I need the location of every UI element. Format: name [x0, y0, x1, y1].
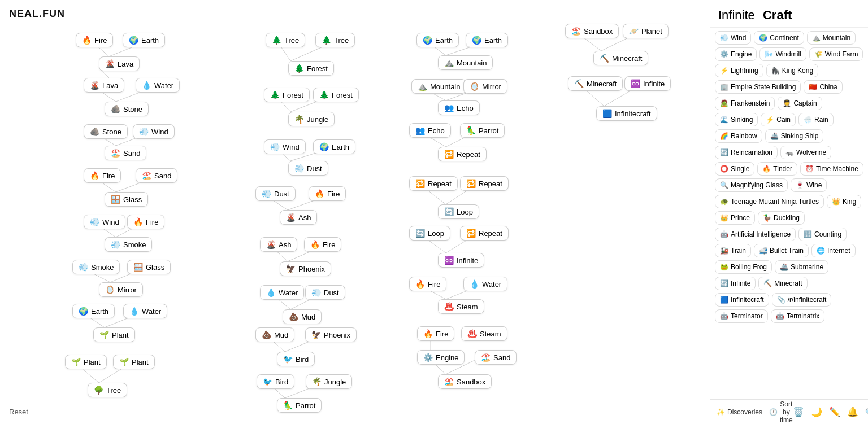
craft-node-loop2[interactable]: 🔄Loop — [409, 226, 450, 241]
sidebar-item-29[interactable]: 🔢Counting — [798, 228, 847, 241]
craft-node-parrot1_result[interactable]: 🦜Parrot — [277, 398, 322, 413]
sidebar-item-28[interactable]: 🤖Artificial Intelligence — [715, 228, 796, 241]
craft-node-dust2[interactable]: 💨Dust — [255, 186, 296, 201]
craft-node-glass2[interactable]: 🪟Glass — [127, 260, 171, 274]
craft-node-parrot2[interactable]: 🦜Parrot — [460, 123, 505, 138]
craft-node-smoke2[interactable]: 💨Smoke — [72, 260, 120, 274]
craft-node-sandbox2[interactable]: 🏖️Sandbox — [565, 24, 619, 38]
craft-node-plant3[interactable]: 🌱Plant — [113, 355, 155, 369]
craft-node-phoenix2[interactable]: 🦅Phoenix — [305, 327, 357, 342]
craft-node-earth4[interactable]: 🌍Earth — [416, 33, 459, 47]
craft-node-mountain1_result[interactable]: ⛰️Mountain — [438, 55, 493, 70]
sidebar-item-23[interactable]: 🍷Wine — [791, 178, 827, 192]
craft-node-jungle2[interactable]: 🌴Jungle — [306, 374, 352, 389]
sidebar-item-14[interactable]: 🌧️Rain — [798, 113, 834, 126]
craft-node-fire1[interactable]: 🔥Fire — [76, 33, 113, 47]
sidebar-item-21[interactable]: ⏰Time Machine — [800, 162, 863, 176]
craft-node-ash1_result[interactable]: 🌋Ash — [280, 210, 317, 225]
craft-node-fire2[interactable]: 🔥Fire — [84, 168, 121, 183]
craft-node-sand2[interactable]: 🏖️Sand — [136, 168, 177, 183]
craft-node-phoenix1_result[interactable]: 🦅Phoenix — [280, 261, 331, 276]
sidebar-item-17[interactable]: 🔄Reincarnation — [715, 146, 778, 159]
sidebar-item-16[interactable]: 🚢Sinking Ship — [765, 129, 824, 143]
craft-node-loop1_result[interactable]: 🔄Loop — [438, 204, 479, 219]
craft-node-wind1[interactable]: 💨Wind — [133, 124, 175, 139]
craft-node-mirror1_result[interactable]: 🪞Mirror — [99, 282, 143, 297]
craft-node-earth3[interactable]: 🌍Earth — [313, 139, 355, 154]
sidebar-item-15[interactable]: 🌈Rainbow — [715, 129, 762, 143]
sidebar-item-10[interactable]: 🧟Frankenstein — [715, 97, 775, 110]
craft-node-earth2[interactable]: 🌍Earth — [72, 304, 115, 318]
craft-node-lava1_result[interactable]: 🌋Lava — [99, 56, 140, 71]
sidebar-item-2[interactable]: ⛰️Mountain — [807, 31, 856, 45]
sidebar-item-37[interactable]: 🟦Infinitecraft — [715, 293, 769, 307]
craft-node-earth1[interactable]: 🌍Earth — [123, 33, 165, 47]
craft-node-water3[interactable]: 💧Water — [260, 285, 304, 300]
craft-node-water4[interactable]: 💧Water — [463, 277, 507, 291]
sidebar-item-9[interactable]: 🇨🇳China — [804, 80, 842, 94]
sidebar-item-34[interactable]: 🚢Submarine — [775, 260, 828, 274]
craft-node-jungle1_result[interactable]: 🌴Jungle — [288, 112, 335, 126]
sidebar-item-11[interactable]: 🧑‍✈️Captain — [778, 97, 822, 110]
craft-node-steam1_result[interactable]: ♨️Steam — [438, 299, 484, 314]
craft-node-bird1_result[interactable]: 🐦Bird — [277, 352, 315, 366]
craft-node-echo2[interactable]: 👥Echo — [409, 123, 451, 138]
craft-node-fire3[interactable]: 🔥Fire — [127, 215, 164, 229]
craft-node-wind2[interactable]: 💨Wind — [84, 215, 125, 229]
craft-node-repeat3[interactable]: 🔁Repeat — [460, 176, 509, 191]
sidebar-item-32[interactable]: 🌐Internet — [811, 244, 856, 257]
craft-node-tree1_result[interactable]: 🌳Tree — [88, 383, 127, 397]
craft-node-plant1_result[interactable]: 🌱Plant — [93, 327, 135, 342]
craft-node-glass1_result[interactable]: 🪟Glass — [105, 192, 148, 207]
sidebar-item-38[interactable]: 📎/r/infinitecraft — [772, 293, 832, 307]
craft-node-tree3[interactable]: 🌲Tree — [315, 33, 355, 47]
moon-button[interactable]: 🌙 — [811, 406, 822, 417]
sidebar-item-35[interactable]: 🔄Infinite — [715, 277, 756, 290]
craft-node-echo1_result[interactable]: 👥Echo — [438, 100, 480, 115]
sidebar-item-4[interactable]: 🌬️Windmill — [760, 47, 806, 61]
craft-node-infinitecraft1_result[interactable]: 🟦Infinitecraft — [596, 106, 657, 121]
discoveries-button[interactable]: ✨ Discoveries — [717, 408, 762, 416]
craft-node-forest2[interactable]: 🌲Forest — [264, 88, 310, 102]
sidebar-item-12[interactable]: 🌊Sinking — [715, 113, 758, 126]
sidebar-item-20[interactable]: 🔥Tinder — [757, 162, 797, 176]
craft-node-water1[interactable]: 💧Water — [136, 78, 180, 93]
craft-node-stone1_result[interactable]: 🪨Stone — [105, 102, 149, 116]
craft-node-minecraft1[interactable]: ⛏️Minecraft — [593, 51, 648, 65]
sidebar-item-24[interactable]: 🐢Teenage Mutant Ninja Turtles — [715, 195, 824, 208]
sort-button[interactable]: 🕐 Sort by time — [769, 400, 793, 424]
sidebar-item-19[interactable]: ⭕Single — [715, 162, 754, 176]
sidebar-item-36[interactable]: ⛏️Minecraft — [758, 277, 807, 290]
sidebar-item-6[interactable]: ⚡Lightning — [715, 64, 763, 77]
trash-button[interactable]: 🗑️ — [793, 406, 804, 417]
sound-button[interactable]: 🔔 — [847, 406, 858, 417]
craft-node-wind3[interactable]: 💨Wind — [264, 139, 306, 154]
craft-node-stone2[interactable]: 🪨Stone — [84, 124, 128, 139]
sidebar-item-33[interactable]: 🐸Boiling Frog — [715, 260, 772, 274]
sidebar-item-39[interactable]: 🤖Terminator — [715, 309, 768, 323]
craft-node-minecraft2[interactable]: ⛏️Minecraft — [568, 76, 623, 91]
craft-node-bird2[interactable]: 🐦Bird — [257, 374, 294, 389]
craft-node-tree2[interactable]: 🌲Tree — [266, 33, 305, 47]
craft-node-smoke1_result[interactable]: 💨Smoke — [105, 237, 152, 252]
sidebar-item-26[interactable]: 👑Prince — [715, 211, 755, 225]
craft-node-dust1_result[interactable]: 💨Dust — [288, 161, 328, 176]
craft-node-sandbox1_result[interactable]: 🏖️Sandbox — [438, 374, 492, 389]
sidebar-item-25[interactable]: 👑King — [827, 195, 861, 208]
sidebar-item-3[interactable]: ⚙️Engine — [715, 47, 757, 61]
sidebar-item-8[interactable]: 🏢Empire State Building — [715, 80, 801, 94]
sidebar-item-7[interactable]: 🦍King Kong — [766, 64, 818, 77]
craft-node-sand1_result[interactable]: 🏖️Sand — [105, 146, 146, 160]
sidebar-item-40[interactable]: 🤖Terminatrix — [771, 309, 825, 323]
craft-node-sand3[interactable]: 🏖️Sand — [475, 350, 517, 365]
craft-node-fire7[interactable]: 🔥Fire — [417, 326, 454, 341]
sidebar-item-5[interactable]: 🌾Wind Farm — [809, 47, 863, 61]
sidebar-item-1[interactable]: 🌍Continent — [754, 31, 804, 45]
craft-node-infinite1_result[interactable]: ♾️Infinite — [438, 253, 484, 268]
craft-node-mountain2[interactable]: ⛰️Mountain — [411, 79, 466, 94]
craft-node-engine1_result[interactable]: ⚙️Engine — [417, 350, 465, 365]
craft-node-repeat1_result[interactable]: 🔁Repeat — [438, 147, 487, 161]
sidebar-item-22[interactable]: 🔍Magnifying Glass — [715, 178, 788, 192]
sidebar-item-18[interactable]: 🦡Wolverine — [780, 146, 831, 159]
sidebar-item-27[interactable]: 🦆Duckling — [758, 211, 805, 225]
